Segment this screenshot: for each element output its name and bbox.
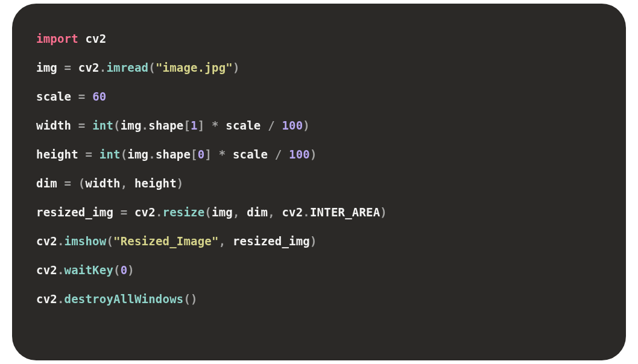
code-token: , (233, 206, 240, 219)
code-line: cv2.destroyAllWindows() (36, 292, 198, 306)
code-token: ( (121, 148, 128, 161)
code-token (92, 148, 99, 161)
code-token: resize (163, 206, 205, 219)
code-token: cv2 (275, 206, 303, 219)
code-token: import (36, 32, 78, 45)
code-token: img (127, 148, 148, 161)
code-token: , (121, 177, 128, 190)
code-token: = (65, 177, 72, 190)
code-token: scale (36, 90, 78, 103)
code-token (282, 148, 289, 161)
code-token: cv2 (78, 32, 107, 45)
code-token: height (36, 148, 85, 161)
code-line: dim = (width, height) (36, 177, 183, 190)
code-token: * (219, 148, 226, 161)
code-token: scale (219, 119, 268, 132)
code-token: = (78, 90, 86, 103)
code-token: , (268, 206, 275, 219)
code-token: waitKey (65, 263, 113, 277)
code-token: ) (303, 119, 310, 132)
code-token: "Resized_Image" (113, 234, 219, 248)
code-token: ) (233, 61, 240, 74)
code-token: INTER_AREA (310, 206, 380, 219)
code-token: ( (204, 206, 212, 219)
code-token: . (99, 61, 107, 74)
code-token: ( (148, 61, 156, 74)
code-line: cv2.imshow("Resized_Image", resized_img) (36, 234, 317, 248)
code-token: , (219, 234, 226, 248)
code-line: resized_img = cv2.resize(img, dim, cv2.I… (36, 206, 387, 219)
code-line: scale = 60 (36, 90, 106, 103)
code-token: [ (191, 148, 198, 161)
code-token: ) (310, 148, 317, 161)
code-token: dim (240, 206, 268, 219)
code-token: ( (78, 177, 86, 190)
code-token: ) (177, 177, 184, 190)
code-token: . (148, 148, 156, 161)
code-token: ) (127, 263, 134, 277)
code-token: resized_img (226, 234, 310, 248)
code-token (85, 90, 92, 103)
code-token: cv2 (36, 263, 57, 277)
code-token: int (99, 148, 121, 161)
code-token: () (183, 292, 197, 306)
code-line: import cv2 (36, 32, 106, 45)
code-token: cv2 (36, 292, 57, 306)
code-token: shape (148, 119, 183, 132)
code-token: / (275, 148, 282, 161)
code-token: 60 (92, 90, 106, 103)
code-token: scale (226, 148, 274, 161)
code-token: ( (106, 234, 113, 248)
code-token: . (142, 119, 149, 132)
code-token: width (85, 177, 120, 190)
code-token: img (212, 206, 233, 219)
code-token: ] (198, 119, 205, 132)
code-token: 0 (121, 263, 128, 277)
code-token: . (57, 234, 65, 248)
code-token (85, 119, 92, 132)
code-token: img (121, 119, 142, 132)
code-token: ) (380, 206, 387, 219)
code-token: 0 (198, 148, 205, 161)
code-token: = (121, 206, 128, 219)
code-snippet-card: import cv2 img = cv2.imread("image.jpg")… (12, 4, 626, 360)
code-token: 100 (282, 119, 303, 132)
code-token: cv2 (36, 234, 57, 248)
code-token: . (303, 206, 310, 219)
code-token (204, 119, 212, 132)
code-token (275, 119, 282, 132)
code-token: = (85, 148, 92, 161)
code-token: / (268, 119, 275, 132)
code-token: height (127, 177, 176, 190)
code-token: shape (156, 148, 191, 161)
code-token: img (36, 61, 65, 74)
code-token (71, 177, 78, 190)
code-line: width = int(img.shape[1] * scale / 100) (36, 119, 310, 132)
code-token: imread (106, 61, 148, 74)
code-token: imshow (65, 234, 107, 248)
code-token: [ (183, 119, 191, 132)
code-line: cv2.waitKey(0) (36, 263, 134, 277)
code-token: ) (310, 234, 317, 248)
code-token: . (57, 292, 65, 306)
code-block[interactable]: import cv2 img = cv2.imread("image.jpg")… (36, 24, 602, 313)
code-token: cv2 (71, 61, 99, 74)
code-token: int (92, 119, 113, 132)
code-token: = (78, 119, 86, 132)
code-token: width (36, 119, 78, 132)
code-token: . (57, 263, 65, 277)
code-token: . (156, 206, 163, 219)
code-token: ( (113, 263, 121, 277)
code-token: = (65, 61, 72, 74)
code-token: dim (36, 177, 65, 190)
code-token: resized_img (36, 206, 121, 219)
code-line: height = int(img.shape[0] * scale / 100) (36, 148, 317, 161)
code-token: * (212, 119, 219, 132)
code-line: img = cv2.imread("image.jpg") (36, 61, 240, 74)
code-token: destroyAllWindows (65, 292, 184, 306)
code-token: 1 (191, 119, 198, 132)
code-token: cv2 (127, 206, 156, 219)
code-token: 100 (289, 148, 310, 161)
code-token (212, 148, 219, 161)
code-token: "image.jpg" (156, 61, 233, 74)
